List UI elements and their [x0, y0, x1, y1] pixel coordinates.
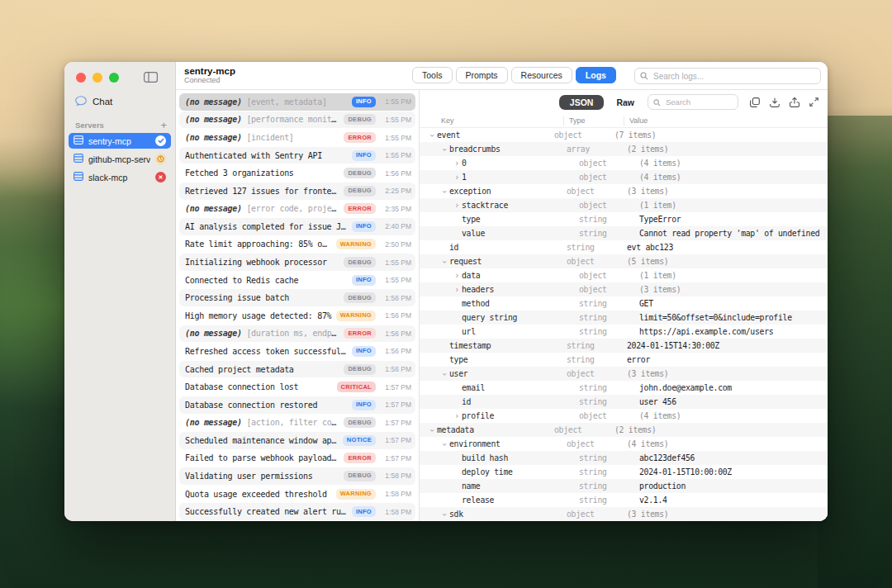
json-row[interactable]: ›eventobject(7 items) — [420, 128, 828, 142]
inspector-search[interactable] — [648, 94, 738, 110]
json-key: url — [462, 327, 476, 336]
chevron-right-icon[interactable]: › — [452, 286, 462, 294]
share-icon[interactable] — [789, 97, 800, 108]
log-row[interactable]: (no message) [event, metadata]INFO1:55 P… — [179, 93, 415, 111]
json-row[interactable]: ›exceptionobject(3 items) — [420, 184, 828, 198]
json-row[interactable]: ›profileobject(4 items) — [420, 409, 828, 423]
log-row[interactable]: Quota usage exceeded thresholdWARNING1:5… — [179, 486, 415, 503]
log-row[interactable]: (no message) [action, filter_count, re…D… — [179, 414, 415, 431]
sidebar-item-server[interactable]: sentry-mcp — [69, 133, 171, 149]
json-key-cell: method — [420, 299, 574, 308]
chevron-down-icon[interactable]: › — [428, 130, 436, 140]
json-row[interactable]: ›1object(4 items) — [420, 170, 828, 184]
json-key: headers — [462, 285, 494, 294]
log-time: 1:56 PM — [379, 311, 411, 320]
log-level-badge: DEBUG — [344, 471, 376, 481]
log-row[interactable]: AI analysis completed for issue JAVASCR…… — [179, 218, 415, 235]
tab-prompts[interactable]: Prompts — [456, 67, 508, 83]
view-toggle-json[interactable]: JSON — [559, 95, 605, 110]
json-key-cell: build_hash — [420, 453, 574, 462]
log-level-badge: ERROR — [344, 453, 376, 463]
log-row[interactable]: Validating user permissionsDEBUG1:58 PM — [179, 467, 415, 485]
copy-icon[interactable] — [749, 97, 761, 108]
json-key: metadata — [437, 425, 474, 434]
close-window-button[interactable] — [76, 73, 86, 83]
log-row[interactable]: (no message) [performance_monitoring]DEB… — [179, 111, 415, 129]
tab-resources[interactable]: Resources — [511, 67, 572, 83]
log-row[interactable]: Failed to parse webhook payload: malfo…E… — [179, 450, 415, 467]
log-row[interactable]: Authenticated with Sentry APIINFO1:55 PM — [179, 147, 415, 164]
log-row[interactable]: Cached project metadataDEBUG1:56 PM — [179, 361, 415, 378]
log-level-badge: INFO — [352, 275, 376, 286]
log-row[interactable]: (no message) [duration_ms, endpoint, e…E… — [179, 325, 415, 343]
json-key: request — [449, 257, 482, 266]
log-row[interactable]: Successfully created new alert ruleINFO1… — [179, 503, 415, 520]
chevron-down-icon[interactable]: › — [440, 369, 448, 378]
json-row[interactable]: ›userobject(3 items) — [420, 367, 828, 381]
log-row[interactable]: Refreshed access token successfullyINFO1… — [179, 343, 415, 360]
log-row[interactable]: Retrieved 127 issues for frontend proj…D… — [179, 183, 415, 200]
json-key: 0 — [462, 159, 467, 168]
search-icon — [653, 95, 661, 110]
json-type: string — [562, 243, 621, 252]
chevron-down-icon[interactable]: › — [440, 510, 448, 519]
sidebar: Chat Servers + sentry-mcpgithub-mcp-serv… — [64, 62, 176, 521]
json-type: object — [574, 159, 633, 168]
chevron-right-icon[interactable]: › — [452, 412, 462, 420]
sidebar-toggle-icon[interactable] — [144, 72, 158, 83]
log-level-badge: INFO — [352, 150, 376, 161]
inspector-search-input[interactable] — [664, 97, 733, 107]
tab-logs[interactable]: Logs — [576, 67, 616, 83]
log-row[interactable]: Initializing webhook processorDEBUG1:55 … — [179, 254, 415, 271]
json-row[interactable]: ›environmentobject(4 items) — [420, 437, 828, 451]
sidebar-item-server[interactable]: slack-mcp✕ — [69, 169, 171, 185]
log-row[interactable]: Rate limit approaching: 85% of quota…WAR… — [179, 236, 415, 254]
json-row[interactable]: ›0object(4 items) — [420, 156, 828, 170]
chevron-down-icon[interactable]: › — [440, 257, 448, 266]
log-row[interactable]: Connected to Redis cacheINFO1:55 PM — [179, 272, 415, 289]
search-input[interactable] — [652, 71, 815, 82]
log-row[interactable]: High memory usage detected: 87%WARNING1:… — [179, 307, 415, 325]
log-row[interactable]: Database connection lostCRITICAL1:57 PM — [179, 378, 415, 396]
chevron-right-icon[interactable]: › — [452, 202, 462, 210]
json-value: GET — [633, 299, 828, 308]
no-message-label: (no message) — [185, 133, 242, 142]
log-message: AI analysis completed for issue JAVASCR… — [185, 222, 348, 231]
json-row[interactable]: ›requestobject(5 items) — [420, 254, 828, 268]
chevron-right-icon[interactable]: › — [452, 173, 462, 182]
chevron-right-icon[interactable]: › — [452, 159, 462, 168]
view-toggle-raw[interactable]: Raw — [616, 97, 634, 107]
json-row[interactable]: ›dataobject(1 item) — [420, 268, 828, 282]
add-server-button[interactable]: + — [160, 121, 167, 130]
json-row[interactable]: ›sdkobject(3 items) — [420, 507, 828, 521]
sidebar-item-chat[interactable]: Chat — [64, 89, 175, 112]
log-row[interactable]: (no message) [incident]ERROR1:55 PM — [179, 129, 415, 146]
log-row[interactable]: Scheduled maintenance window approachi…N… — [179, 432, 415, 449]
sidebar-item-server[interactable]: github-mcp-server — [69, 151, 171, 167]
json-key-cell: id — [420, 243, 562, 252]
zoom-window-button[interactable] — [109, 73, 119, 83]
log-row[interactable]: (no message) [error_code, project, req…E… — [179, 200, 415, 217]
logs-search[interactable] — [634, 68, 821, 84]
tab-tools[interactable]: Tools — [412, 67, 453, 83]
log-row[interactable]: Processing issue batchDEBUG1:56 PM — [179, 289, 415, 306]
log-fields: [performance_monitoring] — [242, 115, 340, 124]
expand-icon[interactable] — [809, 97, 819, 107]
json-row[interactable]: ›metadataobject(2 items) — [420, 423, 828, 437]
log-row[interactable]: Database connection restoredINFO1:57 PM — [179, 396, 415, 414]
server-icon — [74, 172, 83, 183]
minimize-window-button[interactable] — [93, 73, 102, 83]
json-row[interactable]: ›headersobject(3 items) — [420, 282, 828, 296]
json-row[interactable]: ›stacktraceobject(1 item) — [420, 198, 828, 212]
json-row[interactable]: ›breadcrumbsarray(2 items) — [420, 142, 828, 156]
chevron-down-icon[interactable]: › — [428, 425, 436, 434]
download-icon[interactable] — [769, 97, 780, 108]
chevron-down-icon[interactable]: › — [440, 439, 448, 448]
server-icon — [74, 154, 83, 164]
chevron-down-icon[interactable]: › — [440, 187, 448, 196]
chevron-right-icon[interactable]: › — [452, 272, 462, 280]
chevron-down-icon[interactable]: › — [440, 145, 448, 154]
log-row[interactable]: Fetched 3 organizationsDEBUG1:56 PM — [179, 164, 415, 182]
log-level-badge: INFO — [352, 400, 376, 410]
json-row: idstringevt_abc123 — [420, 240, 828, 254]
